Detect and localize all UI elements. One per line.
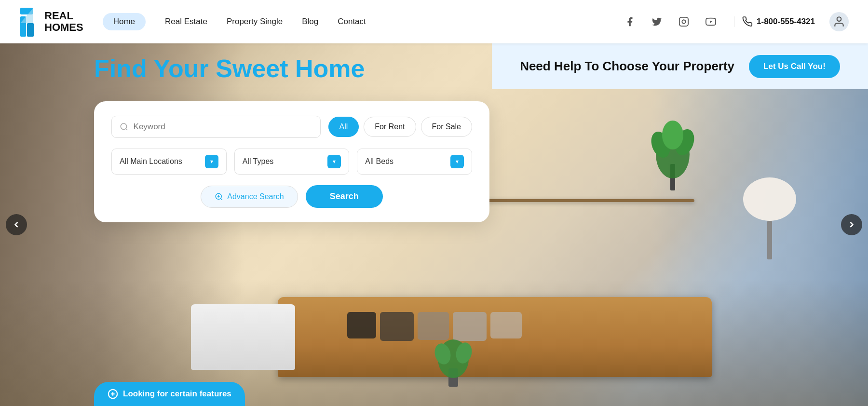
logo[interactable]: REAL HOMES	[19, 7, 83, 37]
svg-line-22	[221, 198, 222, 200]
logo-icon	[19, 7, 40, 37]
search-row-3: Advance Search Search	[111, 185, 472, 208]
svg-rect-3	[27, 23, 34, 37]
type-btn-all[interactable]: All	[328, 117, 359, 137]
keyword-search-icon	[120, 122, 129, 132]
advance-search-btn[interactable]: Advance Search	[201, 186, 298, 208]
nav-property-single[interactable]: Property Single	[227, 17, 283, 27]
nav-home[interactable]: Home	[103, 13, 146, 30]
types-label: All Types	[243, 157, 328, 166]
types-select[interactable]: All Types ▾	[234, 149, 350, 175]
search-btn[interactable]: Search	[306, 185, 383, 208]
help-box: Need Help To Choose Your Property Let Us…	[492, 43, 868, 89]
phone-wrap: 1-800-555-4321	[734, 16, 815, 27]
phone-number[interactable]: 1-800-555-4321	[757, 17, 815, 27]
hero-headline: Find Your Sweet Home	[94, 54, 365, 83]
hero-top-bar: Find Your Sweet Home Need Help To Choose…	[0, 43, 868, 89]
user-avatar[interactable]	[829, 12, 849, 31]
instagram-icon[interactable]	[675, 13, 692, 30]
type-buttons: All For Rent For Sale	[328, 117, 473, 137]
beds-arrow-icon: ▾	[450, 155, 464, 168]
beds-label: All Beds	[365, 157, 450, 166]
hero-banner: Find Your Sweet Home Need Help To Choose…	[0, 43, 868, 406]
advance-search-icon	[215, 192, 223, 201]
nav-blog[interactable]: Blog	[302, 17, 318, 27]
circle-plus-icon	[108, 389, 118, 399]
youtube-icon[interactable]	[702, 13, 719, 30]
features-btn[interactable]: Looking for certain features	[94, 382, 245, 406]
twitter-icon[interactable]	[648, 13, 665, 30]
room-chair	[191, 304, 295, 369]
nav-links: Home Real Estate Property Single Blog Co…	[103, 13, 621, 30]
search-row-1: All For Rent For Sale	[111, 116, 472, 138]
phone-icon	[742, 16, 753, 27]
type-btn-for-rent[interactable]: For Rent	[364, 117, 416, 137]
svg-marker-6	[710, 20, 712, 23]
location-label: All Main Locations	[120, 157, 205, 166]
help-text: Need Help To Choose Your Property	[520, 59, 734, 74]
svg-point-7	[837, 17, 841, 21]
type-btn-for-sale[interactable]: For Sale	[421, 117, 472, 137]
search-panel: All For Rent For Sale All Main Locations…	[94, 101, 489, 222]
navbar: REAL HOMES Home Real Estate Property Sin…	[0, 0, 868, 43]
svg-rect-14	[767, 221, 772, 259]
svg-point-19	[121, 123, 126, 129]
room-lamp	[741, 170, 799, 267]
location-select[interactable]: All Main Locations ▾	[111, 149, 227, 175]
floor-plant	[434, 330, 473, 388]
search-row-2: All Main Locations ▾ All Types ▾ All Bed…	[111, 149, 472, 175]
svg-point-12	[662, 121, 683, 149]
nav-contact[interactable]: Contact	[338, 17, 366, 27]
svg-point-13	[743, 177, 796, 221]
carousel-arrow-left[interactable]	[6, 214, 27, 235]
svg-rect-4	[679, 17, 688, 26]
beds-select[interactable]: All Beds ▾	[357, 149, 472, 175]
types-arrow-icon: ▾	[327, 155, 341, 168]
svg-line-20	[126, 129, 127, 130]
carousel-arrow-right[interactable]	[841, 214, 862, 235]
call-btn[interactable]: Let Us Call You!	[749, 55, 840, 78]
keyword-field-wrap	[111, 116, 321, 138]
nav-real-estate[interactable]: Real Estate	[165, 17, 207, 27]
location-arrow-icon: ▾	[205, 155, 218, 168]
keyword-input[interactable]	[134, 122, 312, 132]
logo-text: REAL HOMES	[44, 10, 83, 33]
nav-right: 1-800-555-4321	[621, 12, 849, 31]
facebook-icon[interactable]	[621, 13, 638, 30]
room-plant	[651, 116, 694, 193]
